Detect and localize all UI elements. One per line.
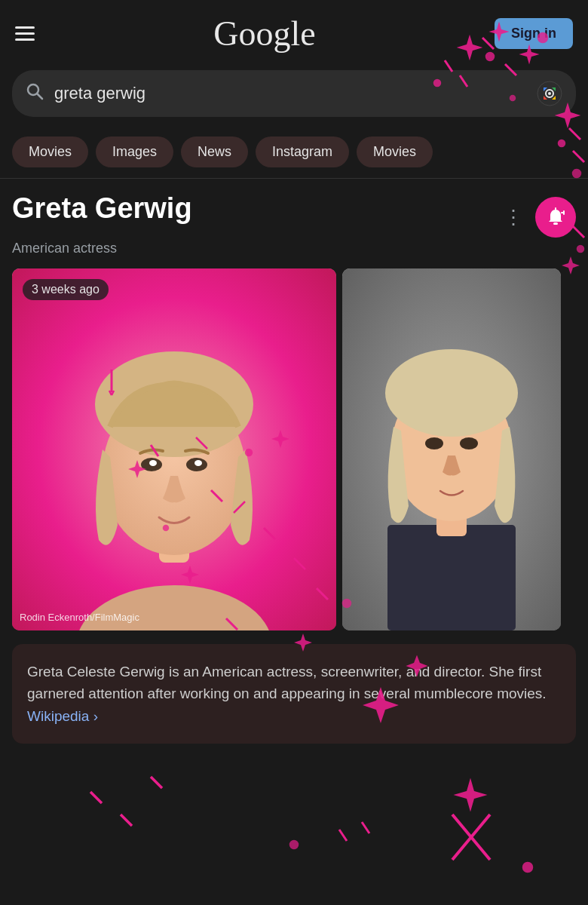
image-card-main[interactable]: 3 weeks ago Rodin Eckenroth/FilmMagic	[12, 268, 336, 630]
hamburger-line	[15, 26, 35, 29]
portrait-svg	[12, 268, 336, 630]
section-divider	[0, 178, 588, 179]
svg-line-50	[339, 830, 347, 841]
search-query-text: greta gerwig	[54, 84, 526, 103]
svg-point-16	[149, 460, 157, 466]
svg-rect-5	[553, 222, 558, 225]
svg-line-47	[151, 777, 162, 788]
header: Google Sign in	[0, 0, 588, 64]
search-container: greta gerwig	[0, 64, 588, 129]
entity-subtitle: American actress	[12, 241, 576, 256]
google-lens-button[interactable]	[537, 81, 562, 106]
svg-point-24	[460, 437, 478, 449]
hamburger-menu-button[interactable]	[15, 26, 35, 41]
chip-movies[interactable]: Movies	[12, 137, 88, 167]
svg-point-17	[194, 460, 202, 466]
filter-chips-row: Movies Images News Instagram Movies	[0, 129, 588, 178]
image-card-secondary[interactable]	[342, 268, 561, 630]
description-text: Greta Celeste Gerwig is an American actr…	[27, 661, 561, 727]
main-image: 3 weeks ago Rodin Eckenroth/FilmMagic	[12, 268, 336, 630]
bell-plus-icon	[545, 207, 566, 228]
svg-line-1	[38, 94, 43, 100]
svg-line-51	[362, 822, 369, 833]
hamburger-line	[15, 38, 35, 41]
svg-line-49	[452, 814, 490, 860]
photo-credit: Rodin Eckenroth/FilmMagic	[20, 612, 139, 623]
more-options-icon[interactable]: ⋮	[504, 206, 525, 229]
logo-letter: e	[300, 14, 315, 53]
svg-point-52	[290, 841, 298, 848]
kp-actions: ⋮	[504, 197, 576, 238]
chip-images[interactable]: Images	[96, 137, 173, 167]
svg-point-23	[425, 437, 443, 449]
logo-letter: o	[239, 14, 256, 53]
chip-news[interactable]: News	[181, 137, 248, 167]
chip-movies2[interactable]: Movies	[357, 137, 433, 167]
secondary-portrait-svg	[342, 268, 561, 630]
notify-button[interactable]	[535, 197, 576, 238]
image-carousel: 3 weeks ago Rodin Eckenroth/FilmMagic	[12, 268, 576, 630]
svg-point-4	[548, 92, 551, 95]
search-bar[interactable]: greta gerwig	[12, 70, 576, 117]
entity-title: Greta Gerwig	[12, 192, 192, 225]
logo-letter: l	[291, 14, 301, 53]
kp-header: Greta Gerwig ⋮	[12, 192, 576, 238]
svg-point-53	[523, 863, 532, 872]
logo-letter: g	[274, 14, 291, 53]
svg-point-22	[385, 349, 518, 437]
svg-rect-19	[387, 525, 516, 630]
chip-instagram[interactable]: Instagram	[256, 137, 349, 167]
knowledge-panel: Greta Gerwig ⋮ American actress	[0, 192, 588, 630]
logo-letter: G	[213, 14, 238, 53]
wikipedia-link[interactable]: Wikipedia ›	[27, 708, 98, 724]
description-body: Greta Celeste Gerwig is an American actr…	[27, 664, 547, 701]
google-logo: Google	[213, 14, 315, 54]
logo-letter: o	[256, 14, 274, 53]
svg-line-48	[452, 814, 490, 860]
svg-line-46	[121, 814, 132, 826]
hamburger-line	[15, 32, 35, 35]
search-icon	[26, 82, 44, 105]
svg-line-45	[90, 792, 102, 803]
description-box: Greta Celeste Gerwig is an American actr…	[12, 644, 576, 744]
secondary-image	[342, 268, 561, 630]
timestamp-badge: 3 weeks ago	[23, 279, 109, 300]
sign-in-button[interactable]: Sign in	[495, 18, 573, 49]
